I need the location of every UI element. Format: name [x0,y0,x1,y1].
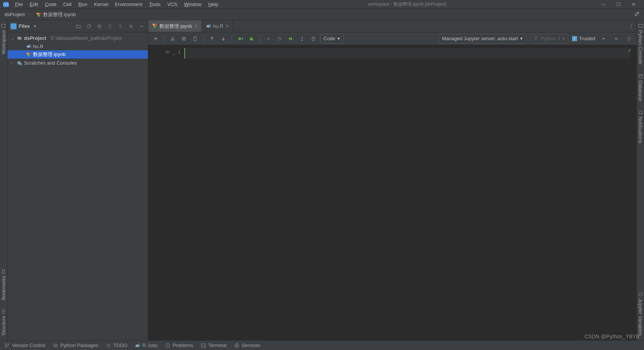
restart-button[interactable] [275,34,284,43]
menu-run[interactable]: Run [75,1,90,8]
services-icon [234,343,239,348]
tab-hu-r[interactable]: R hu.R ✕ [202,20,233,32]
notebook-body[interactable]: ✓ In _ 1 [148,45,636,340]
move-down-button[interactable] [219,34,228,43]
chevron-down-icon: ▾ [337,36,340,41]
svg-point-33 [639,74,642,76]
move-up-button[interactable] [208,34,217,43]
delete-cell-button[interactable] [309,34,318,43]
menu-code[interactable]: Code [42,1,59,8]
interrupt-button[interactable] [298,34,307,43]
add-cell-button[interactable] [151,34,160,43]
problems-button[interactable]: Problems [165,342,193,348]
tree-scratches[interactable]: › Scratches and Consoles [8,59,148,67]
svg-text:I: I [242,36,243,41]
code-cell[interactable]: In _ 1 [154,48,630,59]
minimize-button[interactable]: ─ [599,2,608,7]
jupyter-variables-tool-button[interactable]: Jupyter Variables [638,292,643,336]
minimize-panel-icon[interactable]: ─ [138,23,145,30]
right-tool-gutter: Python Console Database Notifications Ju… [636,20,644,340]
svg-point-7 [99,26,100,27]
menu-edit[interactable]: Edit [27,1,41,8]
workspace-tool-button[interactable]: Workspace [1,23,6,54]
python-packages-button[interactable]: Python Packages [53,342,98,348]
bookmarks-tool-button[interactable]: Bookmarks [1,269,6,300]
copy-button[interactable] [179,34,188,43]
tree-file-hu-r[interactable]: R hu.R [8,42,148,50]
tree-file-notebook[interactable]: 数据整理.ipynb [8,50,148,59]
kernel-dropdown[interactable]: Python 3 ▾ [530,34,568,44]
breadcrumb-root[interactable]: dsProject [3,11,26,18]
notifications-tool-button[interactable]: Notifications [638,110,643,143]
menu-vcs[interactable]: VCS [164,1,181,8]
menu-cell[interactable]: Cell [60,1,74,8]
svg-text:DS: DS [3,2,9,6]
breadcrumb-file-label: 数据整理.ipynb [43,11,76,18]
svg-text:R: R [29,44,31,48]
r-jobs-button[interactable]: R R Jobs [135,342,157,348]
project-tree: ⌄ dsProject E:\dataspell\work_path\dsPro… [8,32,148,340]
database-tool-button[interactable]: Database [638,74,643,101]
close-button[interactable]: ✕ [629,2,638,7]
browser-icon[interactable] [624,34,633,43]
svg-point-2 [37,12,39,14]
close-tab-icon[interactable]: ✕ [226,24,229,29]
next-cell-button[interactable] [612,34,621,43]
terminal-button[interactable]: Terminal [201,342,227,348]
cell-type-dropdown[interactable]: Code ▾ [320,34,343,44]
menu-kernel[interactable]: Kernel [91,1,111,8]
breadcrumb-separator: 〉 [28,11,33,18]
run-cell-button[interactable]: I [236,34,245,43]
svg-rect-25 [194,37,197,41]
packages-icon [53,343,58,348]
main-area: Workspace Bookmarks Structure Files ▾ [0,20,644,340]
r-file-icon: R [206,23,211,29]
select-opened-file-icon[interactable] [75,23,82,30]
debug-button[interactable] [247,34,256,43]
window-title: workspace - 数据整理.ipynb [dsProject] [221,1,593,8]
collapse-all-icon[interactable] [117,23,124,30]
tab-notebook[interactable]: 数据整理.ipynb ✕ [148,20,202,32]
expand-icon: › [11,60,15,66]
paste-button[interactable] [191,34,200,43]
svg-point-18 [153,26,155,27]
project-panel-header: Files ▾ [8,20,148,32]
version-control-button[interactable]: Version Control [5,342,45,348]
open-in-new-icon[interactable] [634,11,639,18]
services-button[interactable]: Services [234,342,260,348]
python-console-tool-button[interactable]: Python Console [638,23,643,65]
close-tab-icon[interactable]: ✕ [194,24,198,29]
inspection-ok-icon[interactable]: ✓ [627,47,632,53]
stop-button[interactable] [264,34,273,43]
todo-button[interactable]: TODO [106,342,127,348]
svg-point-12 [29,53,30,54]
menu-environment[interactable]: Environment [112,1,145,8]
menubar: File Edit Code Cell Run Kernel Environme… [12,1,221,8]
cut-button[interactable] [168,34,177,43]
structure-tool-button[interactable]: Structure [1,309,6,336]
svg-point-17 [155,24,156,26]
tree-root-label: dsProject [24,35,46,41]
gear-icon[interactable] [128,23,134,30]
prev-cell-button[interactable] [599,34,608,43]
jupyter-server-dropdown[interactable]: Managed Jupyter server: auto-start ▾ [439,34,526,44]
breadcrumb-file[interactable]: 数据整理.ipynb [34,11,77,19]
menu-window[interactable]: Window [181,1,204,8]
maximize-button[interactable]: ☐ [614,2,623,7]
tree-root-dsproject[interactable]: ⌄ dsProject E:\dataspell\work_path\dsPro… [8,34,148,42]
svg-text:R: R [138,343,140,347]
menu-tools[interactable]: Tools [146,1,163,8]
tab-options-icon[interactable]: ⋮ [626,20,636,32]
target-icon[interactable] [96,23,103,30]
expand-all-icon[interactable] [107,23,113,30]
run-all-button[interactable] [286,34,295,43]
menu-help[interactable]: Help [205,1,221,8]
menu-file[interactable]: File [12,1,26,8]
project-panel-title[interactable]: Files ▾ [11,23,36,29]
cell-editor[interactable] [184,48,630,59]
titlebar: DS File Edit Code Cell Run Kernel Enviro… [0,0,644,9]
trusted-checkbox[interactable]: ✓ Trusted [572,36,595,41]
svg-text:R: R [209,23,211,28]
refresh-icon[interactable] [86,23,92,30]
cell-in-label: In [166,50,170,55]
